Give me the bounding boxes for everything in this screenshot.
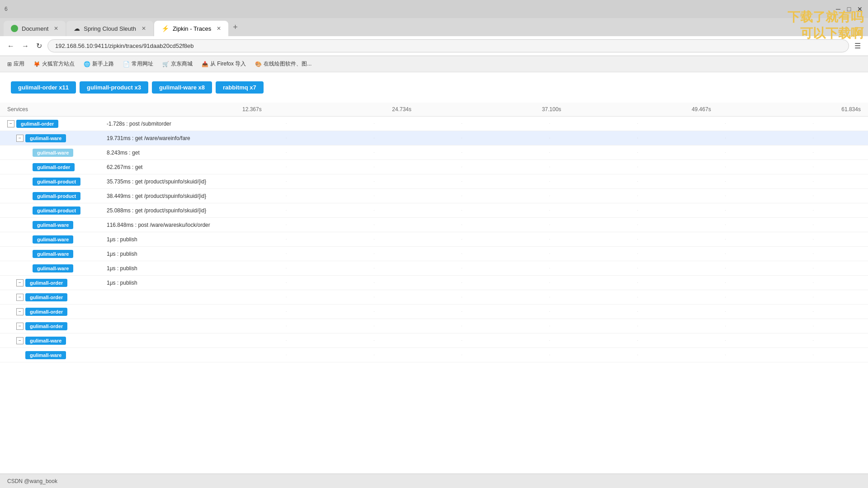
service-badge: gulimall-product (33, 206, 80, 215)
trace-row[interactable]: −gulimall-order······· (0, 319, 868, 333)
new-tab-button[interactable]: + (229, 23, 241, 32)
trace-row[interactable]: gulimall-ware1μs : publish······· (0, 247, 868, 261)
timeline-col: ······· (242, 136, 861, 140)
timeline-col: ······· (242, 324, 861, 328)
service-col: gulimall-ware (7, 351, 107, 359)
tab-zipkin-close[interactable]: ✕ (217, 25, 221, 32)
bookmark-jd-label: 京东商城 (171, 60, 193, 68)
ts-4: 49.467s (692, 106, 711, 113)
bookmark-draw-label: 在线绘图软件、图... (264, 60, 311, 68)
timeline-col: ······· (242, 150, 861, 155)
trace-row[interactable]: gulimall-product38.449ms : get /product/… (0, 189, 868, 203)
ts-5: 61.834s (841, 106, 861, 113)
service-col: gulimall-order (7, 163, 107, 171)
bookmark-firefox[interactable]: 🦊 火狐官方站点 (30, 58, 78, 70)
info-col: 1μs : publish (107, 236, 242, 243)
address-bar[interactable]: 192.168.56.10:9411/zipkin/traces/91daab2… (47, 39, 849, 52)
trace-row[interactable]: gulimall-ware······· (0, 348, 868, 362)
expand-button[interactable]: − (16, 323, 24, 330)
trace-row[interactable]: gulimall-product35.735ms : get /product/… (0, 174, 868, 189)
timeline-col: ······· (242, 237, 861, 241)
tag-rabbitmq[interactable]: rabbitmq x7 (216, 81, 264, 94)
service-badge: gulimall-product (33, 178, 80, 186)
tab-sleuth-icon: ☁ (74, 25, 80, 32)
ts-3: 37.100s (542, 106, 561, 113)
bookmark-common-icon: 📄 (123, 61, 130, 67)
trace-row[interactable]: gulimall-order62.267ms : get······· (0, 160, 868, 174)
bookmark-common-label: 常用网址 (132, 60, 153, 68)
bookmark-newhand[interactable]: 🌐 新手上路 (80, 58, 118, 70)
expand-button[interactable]: − (16, 308, 24, 315)
trace-rows-container: −gulimall-order-1.728s : post /submitord… (0, 117, 868, 362)
expand-button[interactable]: − (16, 337, 24, 344)
bookmark-firefox-label: 火狐官方站点 (42, 60, 75, 68)
expand-button[interactable]: − (16, 279, 24, 286)
trace-row[interactable]: gulimall-ware8.243ms : get······· (0, 145, 868, 160)
timeline-col: ······· (242, 179, 861, 183)
service-badge: gulimall-ware (25, 337, 66, 345)
bookmark-import-icon: 📥 (202, 61, 208, 67)
timeline-col: ······· (242, 194, 861, 198)
trace-row[interactable]: −gulimall-ware19.731ms : get /ware/warei… (0, 131, 868, 145)
timeline-col: ······· (242, 122, 861, 126)
bookmark-draw[interactable]: 🎨 在线绘图软件、图... (251, 58, 315, 70)
service-badge: gulimall-order (33, 163, 75, 171)
status-left: CSDN @wang_book (7, 478, 57, 484)
trace-row[interactable]: −gulimall-order-1.728s : post /submitord… (0, 117, 868, 131)
bookmark-apps[interactable]: ⊞ 应用 (4, 58, 28, 70)
trace-row[interactable]: −gulimall-order······· (0, 290, 868, 305)
tab-document[interactable]: Document ✕ (4, 21, 66, 36)
trace-row[interactable]: gulimall-product25.088ms : get /product/… (0, 203, 868, 218)
service-col: gulimall-ware (7, 235, 107, 244)
bookmark-jd[interactable]: 🛒 京东商城 (159, 58, 196, 70)
tab-zipkin[interactable]: ⚡ Zipkin - Traces ✕ (154, 21, 228, 36)
service-col: −gulimall-order (7, 308, 107, 316)
tab-sleuth[interactable]: ☁ Spring Cloud Sleuth ✕ (66, 21, 153, 36)
tag-ware[interactable]: gulimall-ware x8 (152, 81, 212, 94)
info-col: 1μs : publish (107, 265, 242, 272)
timeline-col: ······· (242, 281, 861, 285)
bookmark-common[interactable]: 📄 常用网址 (119, 58, 157, 70)
trace-row[interactable]: −gulimall-order1μs : publish······· (0, 276, 868, 290)
service-badge: gulimall-order (16, 120, 58, 128)
forward-button[interactable]: → (20, 40, 31, 52)
tag-product[interactable]: gulimall-product x3 (80, 81, 148, 94)
service-col: gulimall-product (7, 192, 107, 200)
tab-sleuth-close[interactable]: ✕ (142, 25, 146, 32)
back-button[interactable]: ← (5, 40, 16, 52)
service-badge: gulimall-ware (33, 250, 73, 258)
service-badge: gulimall-order (25, 293, 67, 301)
timeline-col: ······· (242, 252, 861, 256)
expand-button[interactable]: − (16, 135, 24, 142)
timeline-col: ······· (242, 353, 861, 357)
info-col: 1μs : publish (107, 251, 242, 257)
trace-row[interactable]: gulimall-ware1μs : publish······· (0, 261, 868, 276)
expand-button[interactable]: − (7, 120, 14, 127)
info-col: 8.243ms : get (107, 150, 242, 156)
tab-sleuth-label: Spring Cloud Sleuth (84, 25, 136, 32)
trace-row[interactable]: gulimall-ware1μs : publish······· (0, 232, 868, 247)
reload-button[interactable]: ↻ (34, 40, 44, 52)
header-service: Services (7, 106, 107, 113)
nav-bar: ← → ↻ 192.168.56.10:9411/zipkin/traces/9… (0, 36, 868, 56)
title-bar-text: 6 (5, 6, 8, 12)
tag-order[interactable]: gulimall-order x11 (11, 81, 76, 94)
trace-row[interactable]: −gulimall-ware······· (0, 333, 868, 348)
service-badge: gulimall-ware (33, 221, 73, 229)
tab-document-icon (11, 25, 18, 32)
service-badge: gulimall-order (25, 279, 67, 287)
tab-zipkin-icon: ⚡ (161, 25, 169, 32)
tab-document-close[interactable]: ✕ (54, 25, 58, 32)
trace-row[interactable]: −gulimall-order······· (0, 305, 868, 319)
bookmark-draw-icon: 🎨 (255, 61, 262, 67)
service-badge: gulimall-product (33, 192, 80, 200)
bookmark-apps-icon: ⊞ (7, 61, 12, 67)
info-col: 19.731ms : get /ware/wareinfo/fare (107, 135, 242, 141)
service-badge: gulimall-order (25, 308, 67, 316)
service-col: gulimall-product (7, 178, 107, 186)
trace-row[interactable]: gulimall-ware116.848ms : post /ware/ware… (0, 218, 868, 232)
service-badge: gulimall-ware (33, 264, 73, 272)
bookmark-import[interactable]: 📥 从 Firefox 导入 (198, 58, 250, 70)
service-col: −gulimall-order (7, 322, 107, 330)
expand-button[interactable]: − (16, 294, 24, 301)
